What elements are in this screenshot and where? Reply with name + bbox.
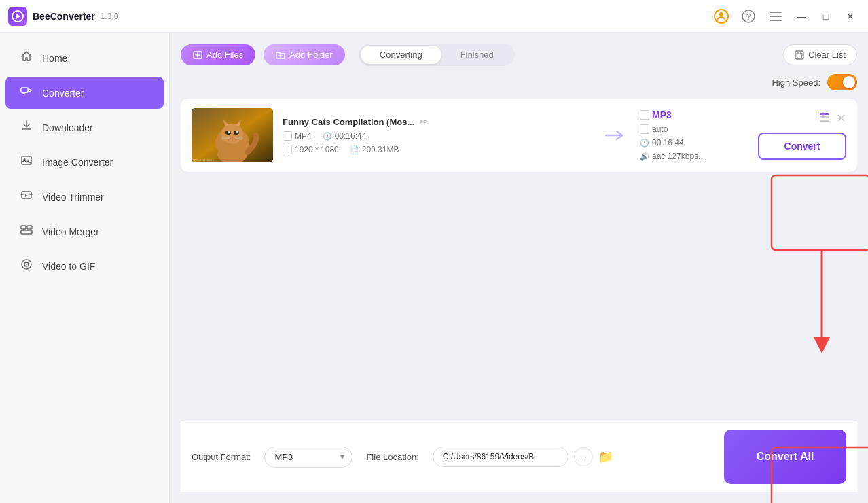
file-meta-extra: 1920 * 1080 📄 209.31MB [283, 145, 590, 154]
svg-text:@catvideos: @catvideos [193, 158, 214, 162]
svg-rect-45 [820, 116, 829, 118]
sidebar-label-downloader: Downloader [42, 122, 93, 133]
home-icon [19, 50, 34, 66]
tab-group: Converting Finished [359, 44, 515, 66]
sidebar-item-home[interactable]: Home [5, 42, 164, 74]
output-duration-value: 00:16:44 [652, 138, 684, 148]
image-converter-icon [19, 154, 34, 170]
source-duration-value: 00:16:44 [335, 131, 367, 141]
svg-text:?: ? [746, 12, 751, 22]
add-folder-button[interactable]: Add Folder [264, 44, 345, 65]
source-size: 📄 209.31MB [350, 145, 399, 154]
high-speed-toggle[interactable] [827, 74, 857, 90]
svg-rect-9 [21, 88, 28, 92]
add-files-button[interactable]: Add Files [181, 44, 255, 65]
delete-icon[interactable]: ✕ [836, 111, 846, 126]
svg-point-34 [236, 131, 238, 133]
source-format-value: MP4 [295, 131, 312, 141]
video-to-gif-icon [19, 258, 34, 274]
close-btn[interactable]: ✕ [841, 7, 860, 26]
source-resolution: 1920 * 1080 [283, 145, 339, 154]
user-icon-btn[interactable] [710, 5, 732, 27]
file-list: @catvideos Funny Cats Compilation (Mos..… [181, 99, 857, 413]
output-bitrate: 🔊 aac 127kbps... [640, 152, 748, 161]
resolution-checkbox-icon [283, 145, 292, 154]
source-format: MP4 [283, 131, 312, 141]
output-quality: auto [640, 124, 748, 134]
file-name-row: Funny Cats Compilation (Mos... ✏ [283, 116, 590, 127]
edit-settings-icon[interactable] [818, 111, 831, 126]
file-thumbnail: @catvideos [192, 108, 273, 162]
tab-finished[interactable]: Finished [441, 46, 513, 64]
sidebar-item-downloader[interactable]: Downloader [5, 111, 164, 143]
edit-icon[interactable]: ✏ [420, 116, 428, 127]
file-meta-source: MP4 🕐 00:16:44 [283, 131, 590, 141]
tab-converting[interactable]: Converting [361, 46, 441, 64]
output-format-value: MP3 [652, 109, 672, 120]
output-checkbox-icon [640, 110, 649, 120]
maximize-btn[interactable]: □ [816, 7, 835, 26]
source-resolution-value: 1920 * 1080 [295, 145, 339, 154]
file-size-icon: 📄 [350, 145, 359, 154]
card-actions: ✕ [818, 111, 846, 126]
svg-point-47 [822, 113, 825, 115]
sidebar-label-image-converter: Image Converter [42, 157, 113, 168]
sidebar: Home Converter Downloader [0, 33, 170, 503]
main-layout: Home Converter Downloader [0, 33, 868, 503]
high-speed-label: High Speed: [772, 77, 820, 88]
clear-list-label: Clear List [808, 50, 846, 60]
file-name: Funny Cats Compilation (Mos... [283, 117, 414, 127]
speed-row: High Speed: [181, 74, 857, 90]
app-version: 1.3.0 [101, 12, 119, 21]
output-format-select[interactable]: MP3 MP4 AAC WAV FLAC [264, 447, 352, 468]
sidebar-label-video-trimmer: Video Trimmer [42, 192, 104, 203]
app-name: BeeConverter [33, 11, 95, 22]
file-location-input[interactable] [433, 447, 568, 467]
location-more-btn[interactable]: ··· [574, 447, 593, 466]
svg-rect-7 [770, 16, 782, 17]
svg-point-33 [228, 131, 230, 133]
format-checkbox-icon [283, 131, 292, 141]
add-folder-label: Add Folder [289, 50, 333, 60]
svg-point-3 [719, 12, 723, 16]
svg-rect-10 [22, 156, 31, 164]
sidebar-label-video-to-gif: Video to GIF [42, 261, 95, 272]
svg-point-24 [221, 124, 243, 144]
minimize-btn[interactable]: — [792, 7, 811, 26]
window-controls: ? — □ ✕ [710, 5, 860, 27]
clear-list-button[interactable]: Clear List [783, 44, 857, 65]
convert-button[interactable]: Convert [758, 133, 846, 160]
add-files-label: Add Files [206, 50, 243, 60]
svg-rect-6 [770, 12, 782, 13]
downloader-icon [19, 120, 34, 135]
sidebar-item-video-to-gif[interactable]: Video to GIF [5, 250, 164, 282]
output-info: MP3 auto 🕐 00:16:44 🔊 aac 127kbps... [640, 109, 748, 161]
sidebar-item-image-converter[interactable]: Image Converter [5, 146, 164, 178]
video-merger-icon [19, 224, 34, 239]
source-duration: 🕐 00:16:44 [323, 131, 367, 141]
menu-icon-btn[interactable] [765, 5, 786, 27]
output-format-row: MP3 [640, 109, 748, 120]
svg-rect-8 [770, 20, 782, 21]
open-folder-icon[interactable]: 📁 [598, 449, 613, 464]
sidebar-label-video-merger: Video Merger [42, 226, 99, 237]
svg-rect-15 [21, 230, 32, 234]
file-info: Funny Cats Compilation (Mos... ✏ MP4 🕐 0… [283, 116, 590, 154]
sidebar-label-home: Home [42, 53, 67, 64]
file-location-label: File Location: [366, 452, 418, 462]
video-trimmer-icon [19, 189, 34, 205]
svg-rect-13 [21, 226, 26, 229]
sidebar-item-video-trimmer[interactable]: Video Trimmer [5, 181, 164, 213]
svg-marker-1 [16, 14, 20, 19]
format-select-wrap: MP3 MP4 AAC WAV FLAC ▾ [264, 447, 352, 468]
convert-all-button[interactable]: Convert All [724, 430, 846, 484]
audio-icon: 🔊 [640, 152, 649, 161]
app-logo [8, 7, 27, 26]
help-icon-btn[interactable]: ? [738, 5, 759, 27]
sidebar-item-video-merger[interactable]: Video Merger [5, 215, 164, 247]
svg-point-18 [26, 264, 27, 265]
bottom-bar: Output Format: MP3 MP4 AAC WAV FLAC ▾ Fi… [181, 421, 857, 492]
arrow-section [599, 128, 630, 142]
sidebar-item-converter[interactable]: Converter [5, 77, 164, 109]
output-quality-value: auto [652, 124, 668, 134]
